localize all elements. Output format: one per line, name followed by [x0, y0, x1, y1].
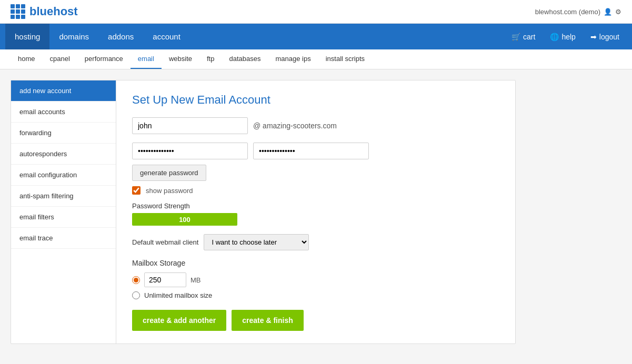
sub-nav: home cpanel performance email website ft… [0, 49, 632, 69]
sidebar-item-email-filters[interactable]: email filters [11, 207, 116, 228]
webmail-client-select[interactable]: I want to choose later Roundcube Horde [204, 234, 309, 250]
nav-addons[interactable]: addons [98, 24, 143, 49]
nav-logout[interactable]: ➡ logout [583, 24, 627, 49]
show-password-checkbox[interactable] [132, 186, 141, 195]
nav-account[interactable]: account [143, 24, 190, 49]
email-row: @ amazing-scooters.com [132, 117, 499, 134]
sidebar-item-forwarding[interactable]: forwarding [11, 123, 116, 144]
sidebar-item-anti-spam[interactable]: anti-spam filtering [11, 186, 116, 207]
storage-unlimited-option: Unlimited mailbox size [132, 291, 499, 299]
main-panel: add new account email accounts forwardin… [11, 80, 516, 344]
top-right-info: blewhost.com (demo) 👤 ⚙ [535, 8, 621, 16]
nav-help[interactable]: 🌐 help [543, 24, 583, 49]
sidebar-item-email-accounts[interactable]: email accounts [11, 102, 116, 123]
action-buttons: create & add another create & finish [132, 310, 499, 331]
mailbox-storage-section: Mailbox Storage MB Unlimited mailbox siz… [132, 259, 499, 299]
user-icon: 👤 [604, 8, 612, 16]
storage-mb-input[interactable] [144, 272, 186, 287]
form-area: Set Up New Email Account @ amazing-scoot… [116, 80, 515, 343]
storage-unlimited-label: Unlimited mailbox size [144, 291, 212, 299]
sub-nav-ftp[interactable]: ftp [199, 49, 222, 69]
top-bar: bluehost blewhost.com (demo) 👤 ⚙ [0, 0, 632, 24]
main-nav: hosting domains addons account 🛒 cart 🌐 … [0, 24, 632, 49]
sub-nav-website[interactable]: website [162, 49, 199, 69]
sub-nav-email[interactable]: email [131, 49, 162, 69]
user-info-text: blewhost.com (demo) [535, 8, 600, 16]
nav-domains[interactable]: domains [49, 24, 98, 49]
password-strength-value: 100 [179, 216, 190, 224]
password-strength-bar: 100 [132, 213, 237, 226]
password-input[interactable] [132, 143, 248, 159]
page-content: add new account email accounts forwardin… [0, 69, 632, 355]
storage-mb-radio[interactable] [132, 276, 140, 284]
show-password-row: show password [132, 186, 499, 195]
sidebar-item-autoresponders[interactable]: autoresponders [11, 144, 116, 165]
create-finish-button[interactable]: create & finish [232, 310, 303, 331]
sub-nav-manage-ips[interactable]: manage ips [268, 49, 318, 69]
show-password-label: show password [146, 187, 193, 195]
sidebar-item-add-new-account[interactable]: add new account [11, 80, 116, 102]
webmail-row: Default webmail client I want to choose … [132, 234, 499, 250]
webmail-client-label: Default webmail client [132, 238, 198, 246]
sub-nav-performance[interactable]: performance [77, 49, 131, 69]
form-title: Set Up New Email Account [132, 93, 499, 107]
storage-unlimited-radio[interactable] [132, 291, 140, 299]
sub-nav-databases[interactable]: databases [222, 49, 268, 69]
email-username-input[interactable] [132, 117, 248, 134]
logo-grid-icon [11, 4, 25, 19]
generate-password-button[interactable]: generate password [132, 165, 206, 181]
nav-hosting[interactable]: hosting [5, 24, 49, 49]
sub-nav-install-scripts[interactable]: install scripts [318, 49, 372, 69]
sidebar-item-email-trace[interactable]: email trace [11, 228, 116, 249]
logo-text: bluehost [29, 5, 78, 18]
mailbox-storage-title: Mailbox Storage [132, 259, 499, 267]
logo-area: bluehost [11, 4, 78, 19]
password-strength-fill: 100 [132, 213, 237, 226]
storage-mb-option: MB [132, 272, 499, 287]
nav-cart[interactable]: 🛒 cart [504, 24, 543, 49]
sub-nav-cpanel[interactable]: cpanel [43, 49, 77, 69]
sidebar: add new account email accounts forwardin… [11, 80, 116, 343]
password-row [132, 143, 499, 159]
email-domain-text: @ amazing-scooters.com [253, 122, 337, 130]
password-confirm-input[interactable] [253, 143, 369, 159]
nav-right: 🛒 cart 🌐 help ➡ logout [504, 24, 627, 49]
sidebar-item-email-configuration[interactable]: email configuration [11, 165, 116, 186]
gear-icon: ⚙ [615, 8, 621, 16]
create-add-another-button[interactable]: create & add another [132, 310, 226, 331]
sub-nav-home[interactable]: home [11, 49, 43, 69]
storage-mb-unit: MB [190, 276, 201, 284]
password-strength-label: Password Strength [132, 202, 499, 210]
